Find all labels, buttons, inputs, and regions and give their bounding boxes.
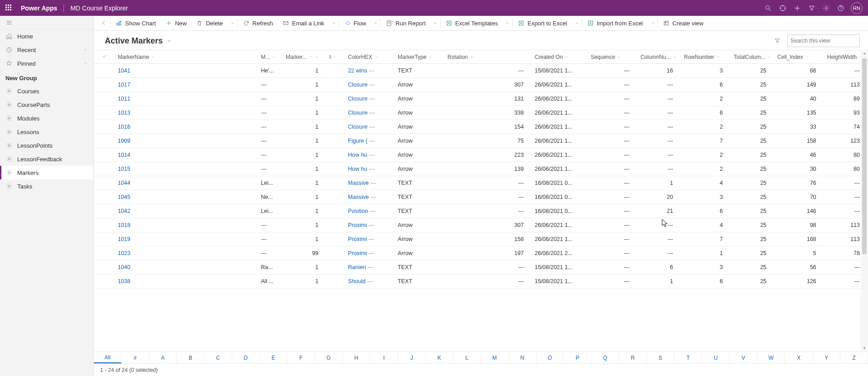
cell-markername[interactable]: 1017 (115, 78, 258, 92)
export-excel-button[interactable]: Export to Excel (513, 16, 571, 31)
jump-x[interactable]: X (785, 352, 813, 363)
jump-n[interactable]: N (509, 352, 536, 363)
user-avatar[interactable]: RN (851, 2, 863, 14)
cell-markername[interactable]: 1044 (115, 176, 258, 190)
run-report-button[interactable]: Run Report (381, 16, 430, 31)
col-columnnum[interactable]: ColumnNu... (638, 50, 681, 64)
cell-markername[interactable]: 1009 (115, 134, 258, 148)
excel-templates-split[interactable] (502, 16, 512, 31)
row-select[interactable] (94, 176, 115, 190)
col-i[interactable]: I (327, 50, 345, 64)
cell-markername[interactable]: 1042 (115, 204, 258, 218)
col-markername[interactable]: MarkerName (115, 50, 258, 64)
table-row[interactable]: 1041He'...122 wins ---TEXT---15/08/2021 … (94, 64, 868, 78)
table-row[interactable]: 1016---1Closure ---Arrow15426/06/2021 1.… (94, 120, 868, 134)
table-row[interactable]: 1009---1Figure ( ---Arrow7526/06/2021 1.… (94, 134, 868, 148)
flow-split[interactable] (371, 16, 380, 31)
target-icon[interactable] (775, 0, 790, 16)
search-input[interactable] (790, 38, 858, 44)
sidebar-item-lessonpoints[interactable]: LessonPoints (0, 139, 93, 152)
view-selector[interactable]: Active Markers (105, 36, 172, 46)
table-row[interactable]: 1019---1Proximi ---Arrow15826/06/2021 1.… (94, 232, 868, 246)
app-launcher-icon[interactable] (5, 5, 13, 12)
cell-markername[interactable]: 1018 (115, 218, 258, 232)
filter-icon[interactable] (805, 0, 819, 16)
email-link-button[interactable]: Email a Link (278, 16, 329, 31)
col-markertype[interactable]: MarkerType (395, 50, 445, 64)
col-createdon[interactable]: Created On (532, 50, 588, 64)
row-select[interactable] (94, 64, 115, 78)
table-row[interactable]: 1017---1Closure ---Arrow30726/06/2021 1.… (94, 78, 868, 92)
select-all[interactable] (94, 50, 115, 64)
nav-recent[interactable]: Recent (0, 43, 93, 57)
import-excel-split[interactable] (648, 16, 658, 31)
row-select[interactable] (94, 106, 115, 120)
table-row[interactable]: 1013---1Closure ---Arrow33826/06/2021 1.… (94, 106, 868, 120)
cell-markername[interactable]: 1016 (115, 120, 258, 134)
col-marker[interactable]: Marker... (283, 50, 327, 64)
jump-d[interactable]: D (232, 352, 260, 363)
refresh-button[interactable]: Refresh (238, 16, 278, 31)
jump-z[interactable]: Z (840, 352, 868, 363)
jump-k[interactable]: K (426, 352, 454, 363)
col-cellindex[interactable]: Cell_Index (775, 50, 824, 64)
col-totalcolum[interactable]: TotalColum... (731, 50, 775, 64)
row-select[interactable] (94, 120, 115, 134)
search-view-box[interactable] (787, 34, 860, 47)
row-select[interactable] (94, 134, 115, 148)
jump-e[interactable]: E (260, 352, 288, 363)
jump-p[interactable]: P (564, 352, 591, 363)
table-row[interactable]: 1042Lei...1Position ---TEXT---16/08/2021… (94, 204, 868, 218)
cell-markername[interactable]: 1045 (115, 190, 258, 204)
cell-markername[interactable]: 1011 (115, 92, 258, 106)
jump-h[interactable]: H (343, 352, 371, 363)
table-row[interactable]: 1045Ne...1Massive ---TEXT---16/08/2021 0… (94, 190, 868, 204)
col-colorhex[interactable]: ColorHEX (345, 50, 395, 64)
table-row[interactable]: 1018---1Proximi ---Arrow30726/06/2021 1.… (94, 218, 868, 232)
row-select[interactable] (94, 78, 115, 92)
column-filter-icon[interactable] (771, 34, 784, 47)
jump-i[interactable]: I (371, 352, 398, 363)
row-select[interactable] (94, 275, 115, 289)
create-view-button[interactable]: Create view (658, 16, 708, 31)
jump-all[interactable]: All (94, 352, 122, 363)
sidebar-item-lessonfeedback[interactable]: LessonFeedback (0, 152, 93, 166)
row-select[interactable] (94, 260, 115, 275)
jump-u[interactable]: U (702, 352, 730, 363)
cell-markername[interactable]: 1013 (115, 106, 258, 120)
cell-markername[interactable]: 1041 (115, 64, 258, 78)
jump-r[interactable]: R (619, 352, 647, 363)
col-m[interactable]: M... (258, 50, 283, 64)
sidebar-item-markers[interactable]: Markers (0, 166, 93, 179)
cell-markername[interactable]: 1040 (115, 260, 258, 275)
vertical-scrollbar[interactable] (861, 50, 868, 352)
delete-button[interactable]: Delete (191, 16, 228, 31)
cell-markername[interactable]: 1015 (115, 162, 258, 176)
cell-markername[interactable]: 1023 (115, 246, 258, 260)
jump-#[interactable]: # (122, 352, 149, 363)
row-select[interactable] (94, 148, 115, 162)
import-excel-button[interactable]: Import from Excel (582, 16, 648, 31)
sidebar-item-lessons[interactable]: Lessons (0, 125, 93, 139)
table-row[interactable]: 1014---1How hu ---Arrow22326/06/2021 1..… (94, 148, 868, 162)
nav-home[interactable]: Home (0, 29, 93, 43)
row-select[interactable] (94, 92, 115, 106)
jump-q[interactable]: Q (591, 352, 619, 363)
jump-b[interactable]: B (177, 352, 205, 363)
back-button[interactable] (98, 20, 110, 26)
email-split[interactable] (329, 16, 339, 31)
jump-w[interactable]: W (757, 352, 785, 363)
jump-v[interactable]: V (730, 352, 757, 363)
delete-split[interactable] (228, 16, 238, 31)
cell-markername[interactable]: 1014 (115, 148, 258, 162)
table-row[interactable]: 1023---99Proximi ---Arrow19726/06/2021 2… (94, 246, 868, 260)
row-select[interactable] (94, 246, 115, 260)
row-select[interactable] (94, 204, 115, 218)
jump-l[interactable]: L (454, 352, 481, 363)
sidebar-item-courseparts[interactable]: CourseParts (0, 98, 93, 111)
show-chart-button[interactable]: Show Chart (111, 16, 161, 31)
jump-c[interactable]: C (205, 352, 232, 363)
export-excel-split[interactable] (572, 16, 582, 31)
excel-templates-button[interactable]: Excel Templates (441, 16, 502, 31)
help-icon[interactable] (834, 0, 848, 16)
